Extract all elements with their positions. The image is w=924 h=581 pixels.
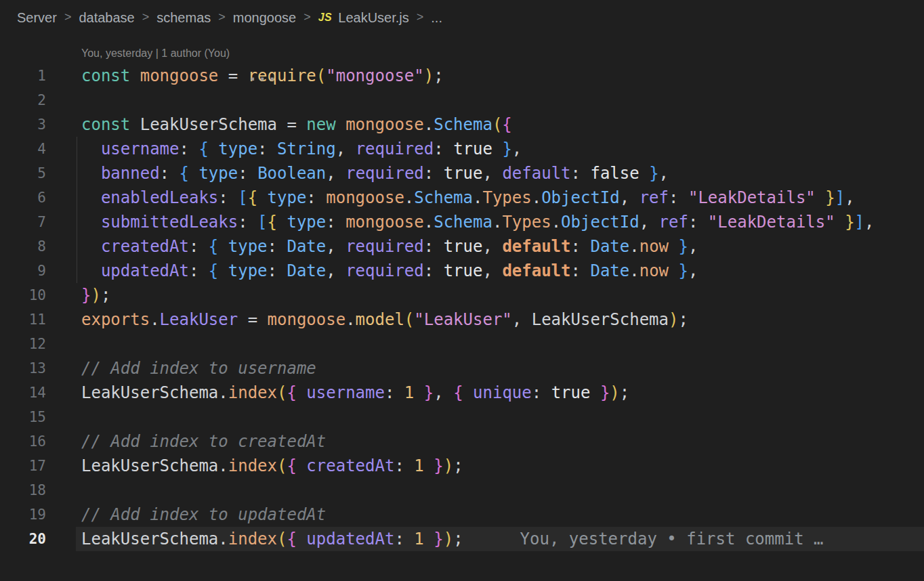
code-token: { — [268, 213, 277, 232]
line-number[interactable]: 19 — [0, 502, 46, 527]
code-token: . — [551, 213, 561, 232]
code-token: : — [571, 164, 591, 183]
code-token: : — [434, 139, 453, 158]
code-token — [189, 164, 198, 183]
code-token — [81, 237, 101, 256]
code-token: } — [679, 261, 688, 280]
code-token — [218, 237, 228, 256]
code-line[interactable]: const LeakUserSchema = new mongoose.Sche… — [76, 112, 924, 137]
code-token: , — [659, 164, 669, 183]
line-number[interactable]: 10 — [0, 283, 46, 307]
breadcrumb-item[interactable]: Server — [17, 10, 57, 26]
inline-blame-annotation: You, yesterday • first commit … — [463, 530, 824, 548]
code-token: mongoose — [326, 188, 404, 207]
code-token: } — [825, 188, 835, 207]
code-token: : — [571, 237, 591, 256]
code-line[interactable]: const mongoose = require("mongoose"); — [76, 64, 924, 88]
code-token: Types — [482, 188, 531, 207]
code-line[interactable]: username: { type: String, required: true… — [76, 137, 924, 161]
line-number[interactable]: 14 — [0, 381, 46, 405]
line-number[interactable]: 5 — [0, 161, 46, 186]
line-number[interactable]: 8 — [0, 234, 46, 259]
code-line[interactable]: updatedAt: { type: Date, required: true,… — [76, 259, 924, 283]
code-token: } — [649, 164, 658, 183]
chevron-right-icon: > — [64, 10, 72, 24]
code-token: , — [482, 237, 502, 256]
code-token: { — [209, 261, 218, 280]
code-line[interactable] — [76, 478, 924, 502]
code-token: mongoose — [345, 115, 424, 134]
code-line[interactable]: // Add index to updatedAt — [76, 502, 924, 527]
code-line[interactable]: createdAt: { type: Date, required: true,… — [76, 234, 924, 259]
code-token: const — [81, 66, 130, 85]
code-line[interactable]: banned: { type: Boolean, required: true,… — [76, 161, 924, 186]
code-token: required — [345, 164, 424, 183]
line-number[interactable]: 15 — [0, 405, 46, 429]
code-token: uire — [277, 66, 316, 85]
code-line[interactable]: // Add index to createdAt — [76, 429, 924, 454]
breadcrumb-item[interactable]: database — [79, 10, 134, 26]
line-number[interactable]: 3 — [0, 112, 46, 137]
line-number[interactable]: 7 — [0, 210, 46, 234]
code-token: ; — [678, 310, 688, 329]
code-token: submittedLeaks — [101, 213, 238, 232]
breadcrumb-overflow[interactable]: ... — [431, 10, 442, 26]
breadcrumb-item-file[interactable]: JSLeakUser.js — [318, 10, 409, 26]
code-token — [816, 188, 825, 207]
line-number[interactable]: 16 — [0, 429, 46, 454]
code-token: : — [180, 139, 199, 158]
code-token — [257, 188, 267, 207]
line-number[interactable]: 4 — [0, 137, 46, 161]
line-number[interactable]: 2 — [0, 88, 46, 112]
code-token: type — [198, 164, 238, 183]
code-token: ) — [444, 530, 453, 548]
line-number[interactable]: 12 — [0, 332, 46, 356]
code-token: . — [629, 261, 639, 280]
line-number[interactable]: 9 — [0, 259, 46, 283]
breadcrumb-item[interactable]: mongoose — [233, 10, 296, 26]
line-number[interactable]: 13 — [0, 356, 46, 381]
code-token: ] — [835, 188, 845, 207]
code-token — [297, 456, 306, 475]
code-line[interactable]: LeakUserSchema.index({ updatedAt: 1 });Y… — [76, 527, 924, 551]
code-line[interactable]: }); — [76, 283, 924, 307]
line-number[interactable]: 20 — [0, 527, 46, 551]
code-token: ObjectId — [561, 213, 639, 232]
code-token — [209, 139, 218, 158]
code-token: { — [209, 237, 218, 256]
line-number[interactable]: 17 — [0, 454, 46, 478]
breadcrumb-item[interactable]: schemas — [156, 10, 211, 26]
line-number[interactable]: 18 — [0, 478, 46, 502]
code-token: { — [502, 115, 511, 134]
code-token: "LeakDetails" — [708, 213, 835, 232]
code-row: 2 — [0, 88, 924, 112]
code-line[interactable] — [76, 88, 924, 112]
code-token: : — [532, 383, 551, 402]
code-line[interactable]: submittedLeaks: [{ type: mongoose.Schema… — [76, 210, 924, 234]
code-token — [81, 139, 101, 158]
code-token: default — [502, 164, 570, 183]
code-token: mongoose — [345, 213, 424, 232]
code-token: : — [268, 261, 287, 280]
code-token: : — [238, 213, 257, 232]
code-line[interactable] — [76, 405, 924, 429]
code-line[interactable] — [76, 332, 924, 356]
code-token: default — [502, 261, 570, 280]
code-row: 1const mongoose = require("mongoose"); — [0, 64, 924, 88]
code-token: LeakUserSchema. — [81, 456, 228, 475]
code-line[interactable]: // Add index to username — [76, 356, 924, 381]
code-line[interactable]: LeakUserSchema.index({ createdAt: 1 }); — [76, 454, 924, 478]
line-number[interactable]: 6 — [0, 186, 46, 210]
line-number[interactable]: 11 — [0, 307, 46, 332]
code-token: type — [218, 139, 257, 158]
codelens-blame[interactable]: You, yesterday | 1 author (You) — [0, 35, 924, 64]
code-line[interactable]: enabledLeaks: [{ type: mongoose.Schema.T… — [76, 186, 924, 210]
code-line[interactable]: LeakUserSchema.index({ username: 1 }, { … — [76, 381, 924, 405]
code-token: ( — [277, 456, 287, 475]
code-token: true — [453, 139, 492, 158]
code-line[interactable]: exports.LeakUser = mongoose.model("LeakU… — [76, 307, 924, 332]
code-token: type — [228, 261, 268, 280]
code-token: . — [404, 188, 414, 207]
code-token: : — [571, 261, 591, 280]
line-number[interactable]: 1 — [0, 64, 46, 88]
